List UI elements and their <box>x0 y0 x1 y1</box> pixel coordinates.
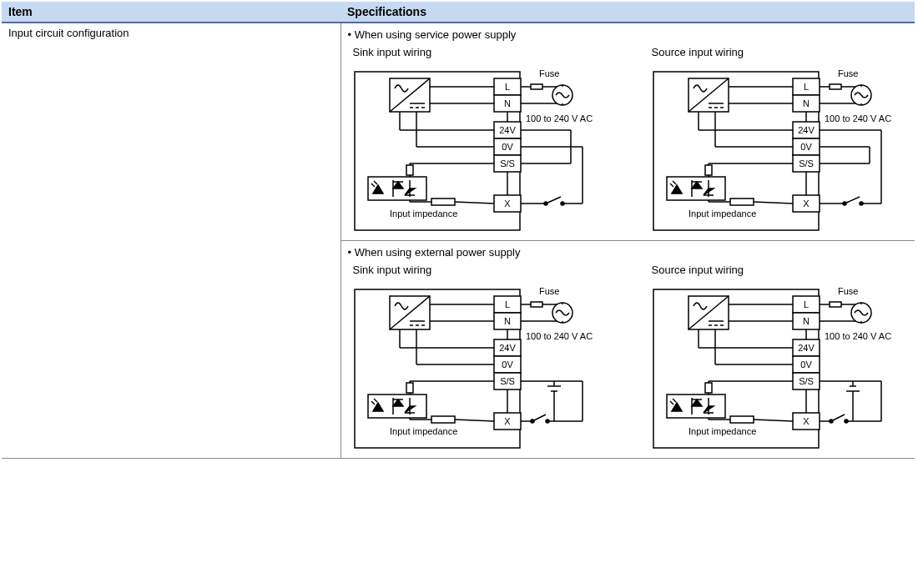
diagram-sink-service: LN24V0VS/SXFuse100 to 240 V ACInput impe… <box>348 62 607 237</box>
svg-line-14 <box>371 183 375 187</box>
svg-line-213 <box>754 420 793 421</box>
svg-rect-143 <box>406 383 413 393</box>
svg-rect-86 <box>730 199 754 205</box>
svg-text:0V: 0V <box>800 142 812 152</box>
svg-line-201 <box>670 401 673 405</box>
svg-line-15 <box>374 181 377 184</box>
diagram-source-external: LN24V0VS/SXFuse100 to 240 V ACInput impe… <box>647 279 905 455</box>
svg-line-55 <box>546 197 561 204</box>
header-spec: Specifications <box>340 2 915 23</box>
title-source-2: Source input wiring <box>652 264 905 276</box>
svg-text:100 to 240 V AC: 100 to 240 V AC <box>825 331 891 341</box>
svg-text:X: X <box>504 416 511 426</box>
svg-text:L: L <box>803 299 808 309</box>
svg-text:Input impedance: Input impedance <box>688 426 756 436</box>
svg-text:N: N <box>504 316 511 326</box>
row-label: Input circuit configuration <box>2 23 340 459</box>
svg-text:100 to 240 V AC: 100 to 240 V AC <box>526 331 593 341</box>
bullet-service: • When using service power supply <box>348 28 909 41</box>
svg-text:100 to 240 V AC: 100 to 240 V AC <box>526 113 593 123</box>
svg-rect-164 <box>531 302 542 307</box>
svg-text:0V: 0V <box>502 142 513 152</box>
svg-line-202 <box>673 399 676 402</box>
svg-line-116 <box>845 197 860 204</box>
svg-text:S/S: S/S <box>500 376 515 386</box>
header-item: Item <box>2 2 340 23</box>
svg-text:N: N <box>504 98 511 108</box>
svg-text:Input impedance: Input impedance <box>390 426 457 436</box>
svg-text:0V: 0V <box>800 359 812 369</box>
svg-text:Input impedance: Input impedance <box>688 209 756 219</box>
svg-rect-229 <box>830 302 841 307</box>
svg-line-136 <box>371 401 375 405</box>
svg-text:Fuse: Fuse <box>838 286 858 296</box>
svg-text:24V: 24V <box>798 343 815 353</box>
section-service-power: • When using service power supply Sink i… <box>341 23 915 241</box>
row-content: • When using service power supply Sink i… <box>340 23 915 459</box>
title-sink-2: Sink input wiring <box>353 264 607 276</box>
svg-text:X: X <box>803 416 810 426</box>
svg-text:X: X <box>803 199 810 209</box>
svg-rect-147 <box>431 416 455 423</box>
svg-line-245 <box>831 415 845 421</box>
svg-text:X: X <box>504 199 511 209</box>
svg-line-76 <box>673 181 676 184</box>
svg-line-189 <box>688 296 729 329</box>
svg-text:24V: 24V <box>798 125 815 135</box>
svg-text:S/S: S/S <box>799 158 814 168</box>
svg-line-75 <box>670 183 673 187</box>
svg-text:100 to 240 V AC: 100 to 240 V AC <box>825 113 891 123</box>
spec-table: Item Specifications Input circuit config… <box>2 2 915 459</box>
svg-line-26 <box>455 202 494 204</box>
title-sink-1: Sink input wiring <box>353 46 607 58</box>
svg-rect-208 <box>705 383 712 393</box>
svg-line-87 <box>754 202 793 204</box>
svg-text:Fuse: Fuse <box>838 68 858 78</box>
svg-text:0V: 0V <box>502 359 513 369</box>
svg-text:L: L <box>803 82 808 92</box>
svg-text:24V: 24V <box>499 125 516 135</box>
svg-line-124 <box>390 296 430 329</box>
svg-line-148 <box>455 420 494 421</box>
svg-text:S/S: S/S <box>500 158 515 168</box>
svg-text:L: L <box>504 82 509 92</box>
svg-line-180 <box>532 415 546 421</box>
svg-line-63 <box>688 78 729 112</box>
svg-text:N: N <box>803 98 810 108</box>
svg-text:S/S: S/S <box>799 376 814 386</box>
svg-text:L: L <box>504 299 509 309</box>
svg-line-2 <box>390 78 430 112</box>
svg-text:Fuse: Fuse <box>539 68 559 78</box>
svg-text:Fuse: Fuse <box>539 286 559 296</box>
diagram-source-service: LN24V0VS/SXFuse100 to 240 V ACInput impe… <box>647 62 905 237</box>
diagram-sink-external: LN24V0VS/SXFuse100 to 240 V ACInput impe… <box>348 279 607 455</box>
svg-rect-103 <box>830 84 841 89</box>
svg-rect-212 <box>730 416 754 423</box>
title-source-1: Source input wiring <box>652 46 905 58</box>
svg-text:Input impedance: Input impedance <box>390 209 457 219</box>
svg-rect-25 <box>431 199 455 205</box>
svg-rect-21 <box>406 165 413 175</box>
svg-line-137 <box>374 399 377 402</box>
bullet-external: • When using external power supply <box>348 246 909 259</box>
svg-rect-42 <box>531 84 542 89</box>
svg-text:24V: 24V <box>499 343 516 353</box>
svg-text:N: N <box>803 316 810 326</box>
svg-rect-82 <box>705 165 712 175</box>
section-external-power: • When using external power supply Sink … <box>341 241 915 458</box>
